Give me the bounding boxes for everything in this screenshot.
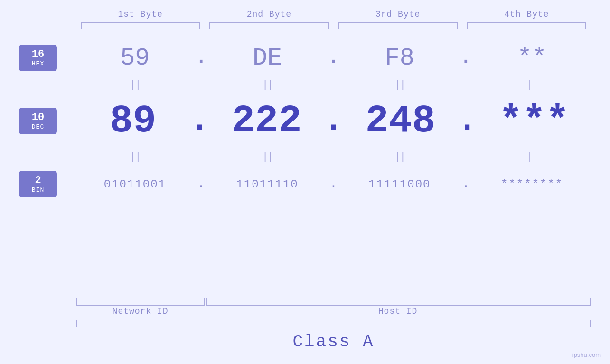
hex-dot3: . bbox=[459, 48, 473, 67]
bin-badge: 2 BIN bbox=[19, 171, 57, 197]
dec-b4: *** bbox=[477, 99, 591, 143]
bin-label: BIN bbox=[25, 187, 51, 194]
dec-b3: 248 bbox=[344, 99, 458, 143]
bin-b2: 11011110 bbox=[208, 178, 327, 191]
equals2-b4: || bbox=[473, 151, 591, 163]
byte1-header: 1st Byte bbox=[76, 9, 205, 19]
hex-b4: ** bbox=[473, 44, 591, 72]
bin-b4: ******** bbox=[473, 178, 591, 191]
hex-badge: 16 HEX bbox=[19, 45, 57, 71]
bin-dot2: . bbox=[327, 178, 341, 190]
bin-dot1: . bbox=[194, 178, 208, 190]
equals2-b2: || bbox=[208, 151, 327, 163]
dec-badge: 10 DEC bbox=[19, 108, 57, 134]
equals2-b3: || bbox=[341, 151, 459, 163]
equals1-b4: || bbox=[473, 79, 591, 91]
network-id-bracket bbox=[76, 298, 205, 306]
dec-number: 10 bbox=[25, 112, 51, 123]
bottom-section: Network ID Host ID Class A bbox=[19, 298, 591, 355]
dec-dot2: . bbox=[323, 104, 343, 138]
bin-b1: 01011001 bbox=[76, 178, 194, 191]
equals1-b1: || bbox=[76, 79, 194, 91]
byte4-header: 4th Byte bbox=[462, 9, 591, 19]
dec-dot1: . bbox=[190, 104, 210, 138]
dec-dot3: . bbox=[457, 104, 477, 138]
byte3-top-bracket bbox=[338, 22, 458, 29]
bin-dot3: . bbox=[459, 178, 473, 190]
hex-b3: F8 bbox=[341, 44, 459, 72]
hex-b2: DE bbox=[208, 44, 327, 72]
byte2-top-bracket bbox=[209, 22, 328, 29]
hex-number: 16 bbox=[25, 48, 51, 60]
hex-dot2: . bbox=[327, 48, 341, 67]
dec-b2: 222 bbox=[210, 99, 324, 143]
network-id-label: Network ID bbox=[76, 307, 205, 316]
equals1-b3: || bbox=[341, 79, 459, 91]
equals1-b2: || bbox=[208, 79, 327, 91]
watermark: ipshu.com bbox=[572, 351, 601, 358]
host-id-label: Host ID bbox=[205, 307, 591, 316]
dec-b1: 89 bbox=[76, 99, 190, 143]
main-container: 1st Byte 2nd Byte 3rd Byte 4th Byte 16 H… bbox=[0, 0, 610, 364]
dec-label: DEC bbox=[25, 123, 51, 131]
bin-b3: 11111000 bbox=[341, 178, 459, 191]
hex-b1: 59 bbox=[76, 44, 194, 72]
class-label: Class A bbox=[76, 329, 591, 355]
hex-dot1: . bbox=[194, 48, 208, 67]
byte2-header: 2nd Byte bbox=[205, 9, 333, 19]
bin-number: 2 bbox=[25, 175, 51, 187]
hex-label: HEX bbox=[25, 60, 51, 67]
byte3-header: 3rd Byte bbox=[334, 9, 462, 19]
byte4-top-bracket bbox=[467, 22, 586, 29]
host-id-bracket bbox=[206, 298, 591, 306]
class-bracket bbox=[76, 320, 591, 327]
byte1-top-bracket bbox=[81, 22, 200, 29]
equals2-b1: || bbox=[76, 151, 194, 163]
